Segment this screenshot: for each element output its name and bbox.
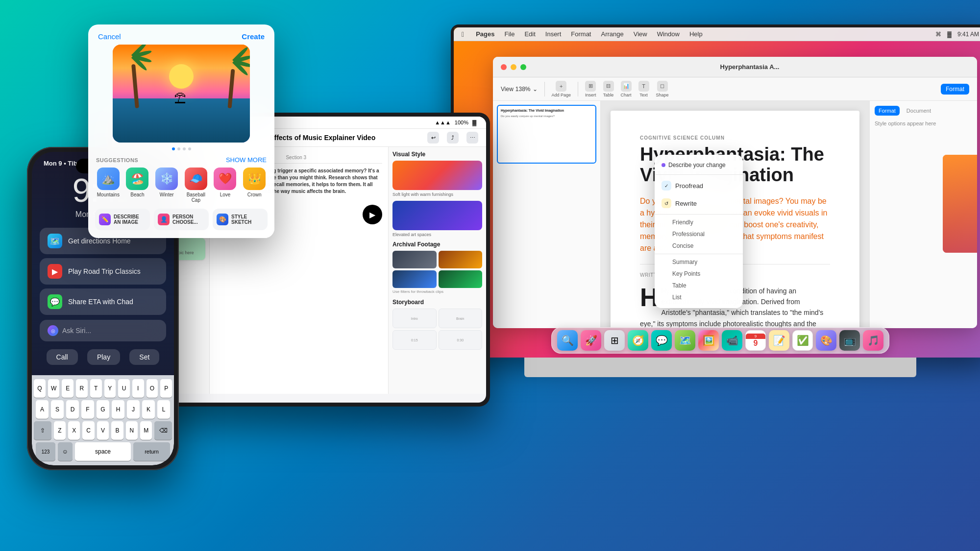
key-123[interactable]: 123 [36,442,55,461]
suggestion-beach[interactable]: 🏖️ Beach [124,168,151,203]
suggestion-winter[interactable]: ❄️ Winter [153,168,180,203]
key-a[interactable]: A [36,400,49,419]
menu-edit[interactable]: Edit [524,30,535,38]
wt-list[interactable]: List [655,291,743,303]
ipad-sec-tab-3[interactable]: Section 3 [280,153,312,163]
dock-notes[interactable]: 📝 [769,330,789,351]
option-style[interactable]: 🎨 STYLE SKETCH [213,209,268,230]
key-w[interactable]: W [48,379,60,398]
format-button[interactable]: Format [941,84,969,95]
ipad-tool-more[interactable]: ⋯ [466,132,478,144]
key-x[interactable]: X [68,421,80,440]
dot-1[interactable] [172,147,175,150]
key-c[interactable]: C [82,421,94,440]
option-describe[interactable]: ✏️ DESCRIBE AN IMAGE [95,209,150,230]
dock-tv[interactable]: 📺 [839,330,860,351]
key-d[interactable]: D [66,400,79,419]
wt-key-points[interactable]: Key Points [655,268,743,280]
dock-photos[interactable]: 🖼️ [698,330,719,351]
menu-format[interactable]: Format [571,30,591,38]
suggestion-love[interactable]: ❤️ Love [212,168,239,203]
wt-table[interactable]: Table [655,280,743,291]
key-y[interactable]: Y [104,379,116,398]
key-t[interactable]: T [90,379,102,398]
toolbar-shape[interactable]: ◻ Shape [656,81,669,97]
wt-friendly[interactable]: Friendly [655,216,743,228]
action-set[interactable]: Set [129,349,159,365]
suggestion-mountains[interactable]: ⛰️ Mountains [95,168,122,203]
key-emoji[interactable]: ☺ [58,442,73,461]
key-o[interactable]: O [147,379,158,398]
key-f[interactable]: F [81,400,94,419]
inspector-tab-doc[interactable]: Document [903,106,935,116]
toolbar-text[interactable]: T Text [638,81,649,97]
option-person[interactable]: 👤 PERSON CHOOSE... [154,209,209,230]
key-delete[interactable]: ⌫ [154,421,172,440]
dock-reminders[interactable]: ✅ [792,330,813,351]
siri-item-music[interactable]: ▶ Play Road Trip Classics [40,258,166,285]
key-h[interactable]: H [112,400,124,419]
key-space[interactable]: space [75,442,131,461]
siri-input-bar[interactable]: ◎ Ask Siri... [40,320,166,341]
key-u[interactable]: U [118,379,130,398]
key-q[interactable]: Q [34,379,46,398]
dot-3[interactable] [183,147,186,150]
key-l[interactable]: L [157,400,170,419]
key-m[interactable]: M [140,421,152,440]
key-shift[interactable]: ⇧ [34,421,51,440]
wt-summary[interactable]: Summary [655,256,743,268]
minimize-button[interactable] [511,64,516,70]
modal-create-button[interactable]: Create [242,32,265,41]
menu-insert[interactable]: Insert [545,30,562,38]
key-n[interactable]: N [126,421,138,440]
menu-window[interactable]: Window [657,30,680,38]
toolbar-chart[interactable]: 📊 Chart [621,81,632,97]
menu-file[interactable]: File [504,30,514,38]
menu-arrange[interactable]: Arrange [601,30,623,38]
key-k[interactable]: K [142,400,155,419]
key-return[interactable]: return [133,442,170,461]
key-v[interactable]: V [97,421,109,440]
toolbar-table[interactable]: ⊟ Table [603,81,614,97]
dock-launchpad[interactable]: 🚀 [581,330,601,351]
menu-view[interactable]: View [634,30,647,38]
dot-2[interactable] [177,147,180,150]
siri-item-share[interactable]: 💬 Share ETA with Chad [40,288,166,315]
key-g[interactable]: G [97,400,109,419]
key-s[interactable]: S [51,400,64,419]
page-thumb-1[interactable]: Hyperphantasia: The Vivid Imagination Do… [497,105,596,164]
key-i[interactable]: I [132,379,144,398]
show-more-button[interactable]: SHOW MORE [226,156,267,164]
wt-concise[interactable]: Concise [655,240,743,252]
key-z[interactable]: Z [54,421,66,440]
dock-music[interactable]: 🎵 [863,330,883,351]
suggestion-baseball[interactable]: 🧢 Baseball Cap [183,168,209,203]
dock-freeform[interactable]: 🎨 [816,330,836,351]
dock-finder[interactable]: 🔍 [557,330,578,351]
ipad-tool-undo[interactable]: ↩ [427,132,439,144]
fullscreen-button[interactable] [520,64,526,70]
wt-proofread[interactable]: ✓ Proofread [655,177,743,194]
wt-rewrite[interactable]: ↺ Rewrite [655,194,743,212]
dock-safari[interactable]: 🧭 [628,330,648,351]
dock-spaces[interactable]: ⊞ [604,330,625,351]
key-e[interactable]: E [62,379,74,398]
menu-pages[interactable]: Pages [476,30,494,38]
dot-4[interactable] [188,147,191,150]
toolbar-add-page[interactable]: + Add Page [552,81,571,97]
action-call[interactable]: Call [47,349,78,365]
zoom-control[interactable]: View 138% ⌄ [501,86,538,93]
toolbar-insert[interactable]: ⊞ Insert [585,81,596,97]
dock-messages[interactable]: 💬 [651,330,672,351]
modal-cancel-button[interactable]: Cancel [98,32,121,41]
close-button[interactable] [501,64,507,70]
key-p[interactable]: P [160,379,172,398]
action-play[interactable]: Play [87,349,120,365]
inspector-tab-format[interactable]: Format [875,106,900,116]
key-j[interactable]: J [127,400,140,419]
dock-calendar[interactable]: 9 9 [745,330,766,351]
menu-help[interactable]: Help [689,30,703,38]
ipad-play-button[interactable]: ▶ [363,205,382,224]
key-b[interactable]: B [111,421,123,440]
dock-facetime[interactable]: 📹 [722,330,742,351]
